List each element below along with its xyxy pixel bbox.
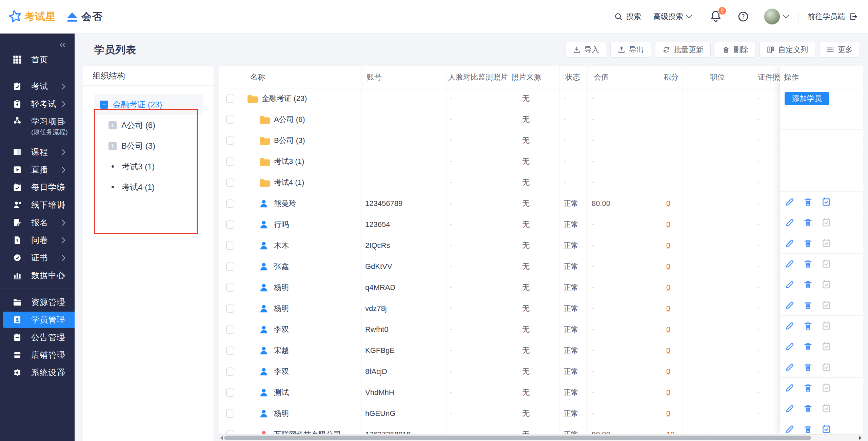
edit-icon[interactable] <box>785 279 795 290</box>
delete-icon[interactable] <box>803 321 813 331</box>
goto-student-portal-button[interactable]: 前往学员端 <box>808 12 858 22</box>
points-link[interactable]: 0 <box>666 361 670 382</box>
sidebar-item-course[interactable]: 课程 <box>0 143 75 161</box>
row-checkbox[interactable] <box>226 220 234 229</box>
sidebar-item-exam[interactable]: 考试 <box>0 78 75 95</box>
row-checkbox[interactable] <box>226 284 234 292</box>
points-link[interactable]: 0 <box>666 403 670 424</box>
notifications-button[interactable]: 9 <box>710 10 722 23</box>
import-button[interactable]: 导入 <box>566 42 606 58</box>
add-student-button[interactable]: 添加学员 <box>785 92 829 105</box>
sidebar-item-shop-mgmt[interactable]: 店铺管理 <box>0 346 75 364</box>
delete-button[interactable]: 删除 <box>715 42 755 58</box>
search-button[interactable]: 搜索 <box>614 12 641 22</box>
tree-node-2[interactable]: +B公司 (3) <box>83 135 214 156</box>
export-button[interactable]: 导出 <box>610 42 651 58</box>
sidebar-item-home[interactable]: 首页 <box>0 51 75 68</box>
tree-node-1[interactable]: +A公司 (6) <box>83 115 214 135</box>
row-checkbox[interactable] <box>226 368 234 376</box>
edit-icon[interactable] <box>785 362 795 372</box>
certificate-check-icon[interactable] <box>821 197 831 207</box>
edit-icon[interactable] <box>785 321 795 331</box>
certificate-check-icon[interactable] <box>821 383 831 393</box>
points-link[interactable]: 0 <box>666 193 670 214</box>
edit-icon[interactable] <box>785 300 795 310</box>
sidebar-item-announcement-mgmt[interactable]: 公告管理 <box>0 329 75 346</box>
row-checkbox[interactable] <box>226 262 234 271</box>
tree-node-0[interactable]: −金融考证 (23) <box>94 94 203 115</box>
delete-icon[interactable] <box>803 300 813 310</box>
expand-node-icon[interactable]: + <box>108 121 117 129</box>
sidebar-item-system-settings[interactable]: 系统设置 <box>0 364 75 381</box>
delete-icon[interactable] <box>803 341 813 352</box>
points-link[interactable]: 0 <box>666 277 670 298</box>
collapse-node-icon[interactable]: − <box>100 101 108 109</box>
more-button[interactable]: 更多 <box>819 42 860 58</box>
certificate-check-icon[interactable] <box>821 238 831 248</box>
certificate-check-icon[interactable] <box>821 279 831 290</box>
row-checkbox[interactable] <box>226 136 234 145</box>
edit-icon[interactable] <box>785 383 795 393</box>
row-checkbox[interactable] <box>226 326 234 334</box>
points-link[interactable]: 0 <box>666 214 670 235</box>
points-link[interactable]: 0 <box>666 382 670 403</box>
sidebar-item-data-center[interactable]: 数据中心 <box>0 267 75 284</box>
avatar[interactable] <box>764 8 780 25</box>
delete-icon[interactable] <box>803 424 813 434</box>
user-menu[interactable] <box>749 8 788 25</box>
edit-icon[interactable] <box>785 217 795 228</box>
collapse-sidebar-button[interactable]: « <box>59 38 66 49</box>
row-checkbox[interactable] <box>226 304 234 313</box>
row-checkbox[interactable] <box>226 178 234 187</box>
row-checkbox[interactable] <box>226 158 234 166</box>
advanced-search-button[interactable]: 高级搜索 <box>653 12 691 22</box>
edit-icon[interactable] <box>785 403 795 414</box>
row-checkbox[interactable] <box>226 410 234 418</box>
batch-update-button[interactable]: 批量更新 <box>655 42 711 58</box>
tree-node-4[interactable]: 考试4 (1) <box>83 177 214 197</box>
row-checkbox[interactable] <box>226 241 234 250</box>
delete-icon[interactable] <box>803 238 813 248</box>
edit-icon[interactable] <box>785 341 795 352</box>
certificate-check-icon[interactable] <box>821 321 831 331</box>
points-link[interactable]: 0 <box>666 319 670 340</box>
sidebar-item-student-mgmt[interactable]: 学员管理 <box>3 312 75 328</box>
certificate-check-icon[interactable] <box>821 403 831 414</box>
sidebar-item-light-exam[interactable]: 轻考试 <box>0 95 75 113</box>
row-checkbox[interactable] <box>226 200 234 208</box>
points-link[interactable]: 0 <box>666 340 670 361</box>
certificate-check-icon[interactable] <box>821 362 831 372</box>
delete-icon[interactable] <box>803 197 813 207</box>
delete-icon[interactable] <box>803 259 813 269</box>
horizontal-scrollbar[interactable] <box>219 434 863 441</box>
delete-icon[interactable] <box>803 403 813 414</box>
expand-node-icon[interactable]: + <box>108 142 117 150</box>
sidebar-item-questionnaire[interactable]: ?问卷 <box>0 231 75 249</box>
certificate-check-icon[interactable] <box>821 300 831 310</box>
scroll-left-arrow-icon[interactable] <box>220 436 223 440</box>
edit-icon[interactable] <box>785 238 795 248</box>
sidebar-item-registration[interactable]: 报名 <box>0 214 75 231</box>
points-link[interactable]: 0 <box>666 235 670 256</box>
help-button[interactable]: ? <box>737 11 749 22</box>
edit-icon[interactable] <box>785 197 795 207</box>
certificate-check-icon[interactable] <box>821 259 831 269</box>
delete-icon[interactable] <box>803 279 813 290</box>
row-checkbox[interactable] <box>226 94 234 103</box>
certificate-check-icon[interactable] <box>821 424 831 434</box>
sidebar-item-learning-project[interactable]: 学习项目(原任务流程) <box>0 113 75 143</box>
sidebar-item-certificate[interactable]: 证书 <box>0 249 75 267</box>
row-checkbox[interactable] <box>226 346 234 355</box>
scrollbar-thumb[interactable] <box>224 436 811 440</box>
delete-icon[interactable] <box>803 217 813 228</box>
tree-node-3[interactable]: 考试3 (1) <box>83 156 214 177</box>
sidebar-item-resource-mgmt[interactable]: 资源管理 <box>0 293 75 311</box>
certificate-check-icon[interactable] <box>821 341 831 352</box>
delete-icon[interactable] <box>803 362 813 372</box>
points-link[interactable]: 0 <box>666 298 670 319</box>
sidebar-item-daily-practice[interactable]: 每日学练 <box>0 178 75 196</box>
points-link[interactable]: 0 <box>666 256 670 277</box>
custom-columns-button[interactable]: 自定义列 <box>760 42 815 58</box>
edit-icon[interactable] <box>785 259 795 269</box>
scroll-right-arrow-icon[interactable] <box>859 436 862 440</box>
